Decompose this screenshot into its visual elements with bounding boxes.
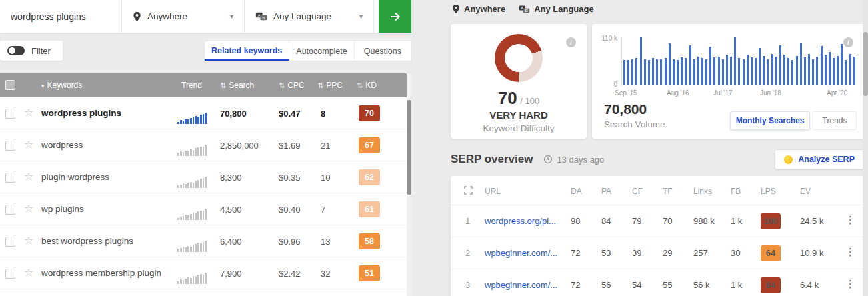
row-checkbox[interactable] bbox=[5, 141, 15, 151]
kd-badge[interactable]: 51 bbox=[359, 265, 380, 281]
keyword-row[interactable]: ☆ plugin wordpress 8,300 $0.35 10 62 bbox=[0, 161, 407, 193]
location-value: Anywhere bbox=[147, 11, 187, 21]
kd-badge[interactable]: 61 bbox=[359, 201, 380, 217]
keywords-scrollbar[interactable] bbox=[407, 73, 411, 296]
info-icon[interactable]: i bbox=[566, 37, 576, 47]
tf-value: 29 bbox=[663, 248, 672, 258]
row-checkbox[interactable] bbox=[5, 205, 15, 215]
search-submit-button[interactable] bbox=[379, 0, 411, 33]
keyword-row[interactable]: ☆ wp plugins 4,500 $0.40 7 61 bbox=[0, 193, 407, 225]
monthly-searches-button[interactable]: Monthly Searches bbox=[730, 111, 810, 130]
keyword-row[interactable]: ☆ wordpress 2,850,000 $1.69 21 67 bbox=[0, 129, 407, 161]
trend-sparkline bbox=[177, 145, 207, 156]
favorite-star-icon[interactable]: ☆ bbox=[24, 266, 33, 279]
kd-badge[interactable]: 58 bbox=[359, 233, 380, 249]
arrow-right-icon bbox=[389, 10, 402, 23]
analyze-serp-button[interactable]: Analyze SERP bbox=[775, 149, 864, 169]
x-tick: Jul '17 bbox=[713, 89, 733, 97]
location-select[interactable]: Anywhere ▾ bbox=[122, 0, 245, 33]
scrollbar-thumb[interactable] bbox=[863, 32, 868, 96]
keyword-search-input[interactable] bbox=[0, 0, 122, 33]
column-ppc[interactable]: ⇅PPC bbox=[317, 81, 343, 90]
favorite-star-icon[interactable]: ☆ bbox=[24, 202, 33, 215]
cf-value: 54 bbox=[632, 280, 641, 290]
lps-badge: 64 bbox=[761, 245, 781, 261]
tab-related-keywords[interactable]: Related keywords bbox=[205, 41, 289, 61]
fb-value: 1 k bbox=[731, 280, 742, 290]
sort-icon: ⇅ bbox=[220, 81, 226, 89]
trend-sparkline bbox=[177, 241, 207, 252]
clock-icon bbox=[543, 155, 553, 164]
row-checkbox[interactable] bbox=[5, 173, 15, 183]
ppc-cell: 32 bbox=[321, 269, 330, 279]
serp-rank: 1 bbox=[465, 216, 470, 226]
row-checkbox[interactable] bbox=[5, 269, 15, 279]
serp-overview-title: SERP overview bbox=[451, 153, 533, 166]
keyword-row[interactable]: ☆ best wordpress plugins 6,400 $0.96 13 … bbox=[0, 225, 407, 257]
ev-value: 6.4 k bbox=[800, 280, 819, 290]
svg-text:A: A bbox=[258, 13, 261, 17]
cpc-cell: $1.69 bbox=[279, 141, 301, 151]
serp-url-link[interactable]: wpbeginner.com/... bbox=[485, 248, 557, 258]
language-value: Any Language bbox=[273, 11, 331, 21]
column-trend: Trend bbox=[181, 81, 202, 90]
expand-icon[interactable] bbox=[464, 186, 473, 195]
y-axis-max-label: 110 k bbox=[595, 35, 617, 42]
kd-badge[interactable]: 62 bbox=[359, 169, 380, 185]
favorite-star-icon[interactable]: ☆ bbox=[24, 170, 33, 183]
pa-value: 84 bbox=[601, 216, 611, 226]
page-scrollbar[interactable] bbox=[863, 0, 868, 296]
tf-value: 70 bbox=[663, 216, 672, 226]
trends-button[interactable]: Trends bbox=[813, 111, 857, 130]
select-all-checkbox[interactable] bbox=[5, 80, 15, 90]
ppc-cell: 13 bbox=[321, 237, 330, 247]
keyword-text: wordpress membership plugin bbox=[41, 268, 161, 278]
kebab-menu-icon[interactable]: ⋮ bbox=[845, 214, 855, 226]
filter-toggle[interactable]: Filter bbox=[0, 41, 63, 61]
toggle-switch-icon[interactable] bbox=[7, 46, 25, 55]
search-volume-cell: 6,400 bbox=[220, 237, 242, 247]
row-checkbox[interactable] bbox=[5, 109, 15, 119]
kebab-menu-icon[interactable]: ⋮ bbox=[845, 246, 855, 258]
location-pin-icon bbox=[452, 4, 460, 14]
row-checkbox[interactable] bbox=[5, 237, 15, 247]
kd-badge[interactable]: 67 bbox=[359, 137, 380, 153]
search-volume-label: Search Volume bbox=[604, 119, 665, 129]
filter-label: Filter bbox=[31, 46, 51, 56]
favorite-star-icon[interactable]: ☆ bbox=[24, 106, 33, 119]
lps-badge: 84 bbox=[761, 277, 781, 293]
column-search[interactable]: ⇅Search bbox=[220, 81, 254, 90]
gauge-hole bbox=[505, 44, 533, 72]
favorite-star-icon[interactable]: ☆ bbox=[24, 234, 33, 247]
favorite-star-icon[interactable]: ☆ bbox=[24, 138, 33, 151]
chevron-down-icon: ▾ bbox=[359, 13, 363, 20]
column-keywords[interactable]: ▾Keywords bbox=[41, 81, 82, 90]
column-links: Links bbox=[693, 187, 712, 196]
column-cpc[interactable]: ⇅CPC bbox=[279, 81, 305, 90]
y-axis-line bbox=[621, 37, 622, 86]
serp-table-header: URL DA PA CF TF Links FB LPS EV bbox=[451, 176, 864, 205]
tab-autocomplete[interactable]: Autocomplete bbox=[289, 41, 354, 61]
kebab-menu-icon[interactable]: ⋮ bbox=[845, 278, 855, 290]
bulb-icon bbox=[784, 155, 793, 164]
language-select[interactable]: A B Any Language ▾ bbox=[245, 0, 374, 33]
fb-value: 1 k bbox=[731, 216, 742, 226]
fb-value: 30 bbox=[731, 248, 740, 258]
da-value: 72 bbox=[571, 248, 580, 258]
difficulty-verdict: VERY HARD bbox=[451, 109, 587, 121]
serp-row: 3 wpbeginner.com/... 72 56 54 55 56 k 1 … bbox=[451, 269, 864, 296]
x-tick: Jun '18 bbox=[760, 89, 781, 97]
keyword-row[interactable]: ☆ wordpress plugins 70,800 $0.47 8 70 bbox=[0, 97, 407, 129]
column-kd[interactable]: ⇅KD bbox=[357, 81, 377, 90]
serp-url-link[interactable]: wordpress.org/pl... bbox=[485, 216, 556, 226]
links-value: 56 k bbox=[693, 280, 710, 290]
y-axis-min-label: 0 bbox=[595, 81, 617, 88]
ev-value: 10.9 k bbox=[800, 248, 823, 258]
tab-questions[interactable]: Questions bbox=[355, 41, 411, 61]
kd-badge[interactable]: 70 bbox=[359, 105, 380, 121]
serp-url-link[interactable]: wpbeginner.com/... bbox=[485, 280, 557, 290]
keyword-row[interactable]: ☆ wordpress membership plugin 7,900 $2.4… bbox=[0, 257, 407, 289]
search-volume-value: 70,800 bbox=[604, 101, 647, 117]
scrollbar-thumb[interactable] bbox=[407, 100, 411, 195]
column-cf: CF bbox=[632, 187, 643, 196]
